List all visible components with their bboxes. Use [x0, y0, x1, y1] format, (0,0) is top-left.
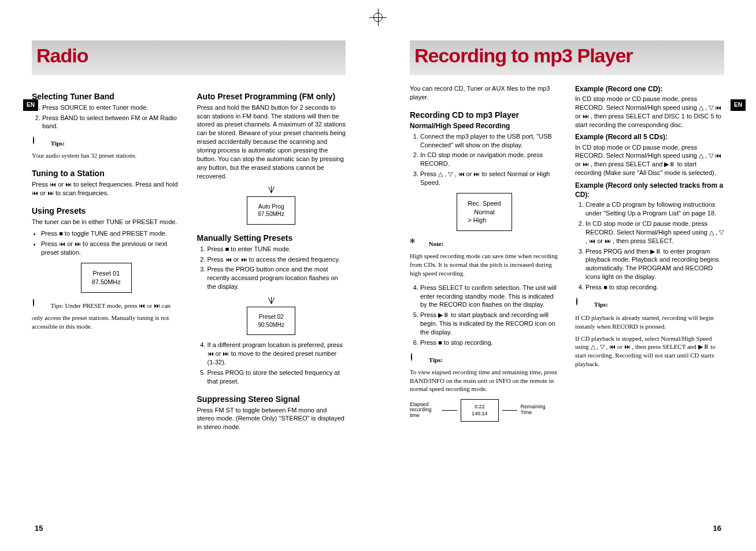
- display-line: Preset 02: [258, 313, 284, 321]
- presets-intro: The tuner can be in either TUNE or PRESE…: [32, 218, 181, 226]
- display-line: 0:22: [472, 403, 488, 410]
- display-line: Preset 01: [92, 269, 121, 278]
- step: Press ⏮ or ⏭ to access the desired frequ…: [207, 255, 346, 264]
- tips-label: Tips:: [594, 300, 608, 307]
- display-line: 146:14: [472, 410, 488, 417]
- remaining-label: Remaining Time: [521, 404, 550, 416]
- sun-icon: [32, 136, 47, 151]
- display-line: Normal: [468, 208, 501, 217]
- step: If a different program location is prefe…: [207, 341, 346, 367]
- tips-label: Tips:: [429, 356, 443, 363]
- display-line: 87.50MHz: [258, 210, 284, 218]
- tips-label: Tips:: [51, 140, 65, 147]
- chapter-title-radio: Radio: [36, 43, 341, 69]
- step: In CD stop mode or navigation mode, pres…: [420, 151, 559, 168]
- step: Press ▶⏸ to start playback and recording…: [420, 311, 559, 337]
- heading-suppress: Suppressing Stereo Signal: [197, 394, 346, 405]
- heading-presets: Using Presets: [32, 206, 181, 217]
- auto-preset-text: Press and hold the BAND button for 2 sec…: [197, 103, 346, 181]
- step: Press △ , ▽ , ⏮ or ⏭ to select Normal or…: [420, 170, 559, 187]
- page-16: EN Recording to mp3 Player You can recor…: [378, 0, 756, 551]
- sun-icon: [32, 299, 47, 314]
- note-icon: ✻: [410, 237, 425, 252]
- right-col-2: Example (Record one CD): In CD stop mode…: [575, 83, 724, 422]
- step: Press PROG to store the selected frequen…: [207, 368, 346, 386]
- tip-cd-playback: Tips: If CD playback is already started,…: [575, 297, 724, 368]
- chapter-bar-left: Radio: [32, 40, 346, 75]
- display-line: > High: [468, 216, 501, 225]
- note-high-speed: ✻ Note: High speed recording mode can sa…: [410, 237, 559, 278]
- tip-preset-mode: Tips: Under PRESET mode, press ⏮ or ⏭ ca…: [32, 299, 181, 331]
- tip-text: Tips: Under PRESET mode, press ⏮ or ⏭ ca…: [32, 301, 171, 329]
- step: Press SELECT to confirm selection. The u…: [420, 284, 559, 310]
- heading-manual-preset: Manually Setting Presets: [197, 233, 346, 244]
- step: Press ■ to stop recording.: [585, 283, 724, 292]
- bullet: Press ⏮ or ⏭ to access the previous or n…: [41, 240, 181, 257]
- tip-32-stations: Tips: Your audio system has 32 preset st…: [32, 136, 181, 160]
- heading-selecting-band: Selecting Tuner Band: [32, 91, 181, 102]
- lang-badge-right: EN: [731, 99, 746, 111]
- display-line: Auto Prog: [258, 203, 284, 211]
- note-label: Note:: [429, 240, 444, 247]
- display-line: 90.50MHz: [258, 321, 284, 329]
- intro-text: You can record CD, Tuner or AUX files to…: [410, 84, 559, 102]
- step: Create a CD program by following instruc…: [585, 200, 724, 218]
- tip-text: To view elapsed recording time and remai…: [410, 368, 559, 394]
- heading-rec-cd: Recording CD to mp3 Player: [410, 110, 559, 121]
- subheading-normal-high: Normal/High Speed Recording: [410, 121, 559, 131]
- left-col-1: Selecting Tuner Band Press SOURCE to ent…: [32, 83, 181, 435]
- tip-text: If CD playback is stopped, select Normal…: [575, 334, 724, 368]
- chapter-bar-right: Recording to mp3 Player: [410, 40, 724, 75]
- sun-icon: [410, 353, 425, 368]
- step: Press the PROG button once and the most …: [207, 265, 346, 291]
- note-text: High speed recording mode can save time …: [410, 252, 559, 278]
- display-line: Rec. Speed: [468, 199, 501, 208]
- ex-all-text: In CD stop mode or CD pause mode, press …: [575, 143, 724, 177]
- suppress-text: Press FM ST to toggle between FM mono an…: [197, 406, 346, 432]
- tuning-text: Press ⏮ or ⏭ to select frequencies. Pres…: [32, 180, 181, 198]
- display-preset01: Preset 01 87.50MHz: [81, 263, 132, 293]
- tip-text: Your audio system has 32 preset stations…: [32, 151, 181, 160]
- ex-one-text: In CD stop mode or CD pause mode, press …: [575, 95, 724, 129]
- heading-tuning: Tuning to a Station: [32, 168, 181, 179]
- step: Press SOURCE to enter Tuner mode.: [42, 103, 181, 112]
- step: Connect the mp3 player to the USB port, …: [420, 132, 559, 150]
- page-number-15: 15: [35, 523, 43, 534]
- page-number-16: 16: [713, 523, 721, 534]
- step: Press BAND to select between FM or AM Ra…: [42, 114, 181, 131]
- step: Press ■ to enter TUNE mode.: [207, 245, 346, 254]
- heading-ex-sel: Example (Record only selected tracks fro…: [575, 181, 724, 199]
- elapsed-label: Elapsed recording time: [410, 402, 439, 419]
- step: Press PROG and then ▶⏸ to enter program …: [585, 247, 724, 281]
- diagram-elapsed: Elapsed recording time 0:22 146:14 Remai…: [410, 399, 559, 421]
- tip-text: If CD playback is already started, recor…: [575, 314, 724, 331]
- heading-ex-all: Example (Record all 5 CDs):: [575, 132, 724, 142]
- page-spread: EN Radio Selecting Tuner Band Press SOUR…: [0, 0, 756, 551]
- right-col-1: You can record CD, Tuner or AUX files to…: [410, 83, 559, 422]
- diagram-preset02: Preset 02 90.50MHz: [247, 297, 295, 336]
- display-rec-speed: Rec. Speed Normal > High: [457, 193, 512, 232]
- tip-elapsed: Tips: To view elapsed recording time and…: [410, 353, 559, 394]
- left-col-2: Auto Preset Programming (FM only) Press …: [197, 83, 346, 435]
- display-line: 87.50MHz: [92, 278, 121, 286]
- step: Press ■ to stop recording.: [420, 338, 559, 347]
- diagram-auto-prog: Auto Prog 87.50MHz: [247, 186, 295, 225]
- chapter-title-recording: Recording to mp3 Player: [414, 43, 720, 69]
- page-15: EN Radio Selecting Tuner Band Press SOUR…: [0, 0, 378, 551]
- step: In CD stop mode or CD pause mode, press …: [585, 219, 724, 245]
- heading-auto-preset: Auto Preset Programming (FM only): [197, 91, 346, 102]
- bullet: Press ■ to toggle TUNE and PRESET mode.: [41, 229, 181, 238]
- heading-ex-one: Example (Record one CD):: [575, 84, 724, 94]
- sun-icon: [575, 297, 590, 312]
- lang-badge-left: EN: [23, 99, 38, 111]
